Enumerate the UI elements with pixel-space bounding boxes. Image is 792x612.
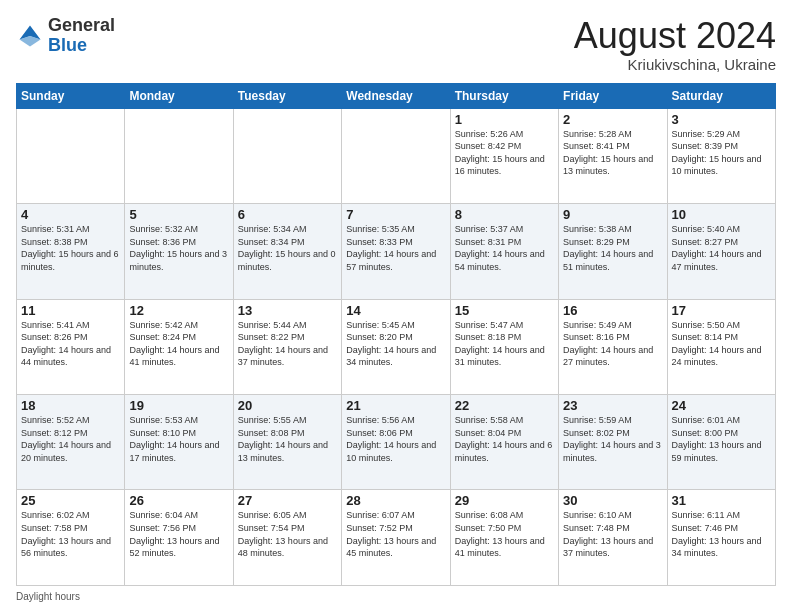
calendar-cell-1-4 <box>342 108 450 203</box>
calendar-cell-4-4: 21 Sunrise: 5:56 AMSunset: 8:06 PMDaylig… <box>342 395 450 490</box>
day-info: Sunrise: 5:59 AMSunset: 8:02 PMDaylight:… <box>563 415 661 463</box>
day-number: 31 <box>672 493 771 508</box>
col-monday: Monday <box>125 83 233 108</box>
calendar-cell-4-3: 20 Sunrise: 5:55 AMSunset: 8:08 PMDaylig… <box>233 395 341 490</box>
day-info: Sunrise: 5:40 AMSunset: 8:27 PMDaylight:… <box>672 224 762 272</box>
calendar-cell-2-1: 4 Sunrise: 5:31 AMSunset: 8:38 PMDayligh… <box>17 204 125 299</box>
logo-icon <box>16 22 44 50</box>
day-number: 21 <box>346 398 445 413</box>
day-number: 10 <box>672 207 771 222</box>
day-number: 15 <box>455 303 554 318</box>
day-info: Sunrise: 5:38 AMSunset: 8:29 PMDaylight:… <box>563 224 653 272</box>
footer: Daylight hours <box>16 591 776 602</box>
calendar-cell-5-5: 29 Sunrise: 6:08 AMSunset: 7:50 PMDaylig… <box>450 490 558 586</box>
day-info: Sunrise: 5:44 AMSunset: 8:22 PMDaylight:… <box>238 320 328 368</box>
day-number: 22 <box>455 398 554 413</box>
calendar-cell-1-6: 2 Sunrise: 5:28 AMSunset: 8:41 PMDayligh… <box>559 108 667 203</box>
logo-blue-text: Blue <box>48 35 87 55</box>
day-info: Sunrise: 5:55 AMSunset: 8:08 PMDaylight:… <box>238 415 328 463</box>
day-number: 28 <box>346 493 445 508</box>
day-info: Sunrise: 6:01 AMSunset: 8:00 PMDaylight:… <box>672 415 762 463</box>
day-number: 18 <box>21 398 120 413</box>
day-number: 30 <box>563 493 662 508</box>
day-number: 23 <box>563 398 662 413</box>
calendar-cell-2-5: 8 Sunrise: 5:37 AMSunset: 8:31 PMDayligh… <box>450 204 558 299</box>
day-number: 17 <box>672 303 771 318</box>
day-info: Sunrise: 5:52 AMSunset: 8:12 PMDaylight:… <box>21 415 111 463</box>
day-info: Sunrise: 5:47 AMSunset: 8:18 PMDaylight:… <box>455 320 545 368</box>
calendar-week-4: 18 Sunrise: 5:52 AMSunset: 8:12 PMDaylig… <box>17 395 776 490</box>
title-block: August 2024 Kriukivschina, Ukraine <box>574 16 776 73</box>
calendar-cell-4-5: 22 Sunrise: 5:58 AMSunset: 8:04 PMDaylig… <box>450 395 558 490</box>
day-number: 13 <box>238 303 337 318</box>
calendar-cell-2-4: 7 Sunrise: 5:35 AMSunset: 8:33 PMDayligh… <box>342 204 450 299</box>
day-number: 24 <box>672 398 771 413</box>
day-number: 6 <box>238 207 337 222</box>
calendar-table: Sunday Monday Tuesday Wednesday Thursday… <box>16 83 776 586</box>
col-saturday: Saturday <box>667 83 775 108</box>
day-number: 26 <box>129 493 228 508</box>
day-number: 9 <box>563 207 662 222</box>
calendar-cell-2-2: 5 Sunrise: 5:32 AMSunset: 8:36 PMDayligh… <box>125 204 233 299</box>
day-info: Sunrise: 6:10 AMSunset: 7:48 PMDaylight:… <box>563 510 653 558</box>
calendar-cell-3-2: 12 Sunrise: 5:42 AMSunset: 8:24 PMDaylig… <box>125 299 233 394</box>
day-info: Sunrise: 5:29 AMSunset: 8:39 PMDaylight:… <box>672 129 762 177</box>
day-info: Sunrise: 5:28 AMSunset: 8:41 PMDaylight:… <box>563 129 653 177</box>
calendar-cell-1-7: 3 Sunrise: 5:29 AMSunset: 8:39 PMDayligh… <box>667 108 775 203</box>
calendar-cell-3-3: 13 Sunrise: 5:44 AMSunset: 8:22 PMDaylig… <box>233 299 341 394</box>
logo-general-text: General <box>48 15 115 35</box>
day-info: Sunrise: 5:49 AMSunset: 8:16 PMDaylight:… <box>563 320 653 368</box>
day-info: Sunrise: 6:04 AMSunset: 7:56 PMDaylight:… <box>129 510 219 558</box>
location: Kriukivschina, Ukraine <box>574 56 776 73</box>
day-info: Sunrise: 5:31 AMSunset: 8:38 PMDaylight:… <box>21 224 119 272</box>
day-number: 1 <box>455 112 554 127</box>
day-number: 27 <box>238 493 337 508</box>
day-number: 25 <box>21 493 120 508</box>
day-info: Sunrise: 5:26 AMSunset: 8:42 PMDaylight:… <box>455 129 545 177</box>
calendar-week-5: 25 Sunrise: 6:02 AMSunset: 7:58 PMDaylig… <box>17 490 776 586</box>
calendar-cell-3-7: 17 Sunrise: 5:50 AMSunset: 8:14 PMDaylig… <box>667 299 775 394</box>
day-info: Sunrise: 6:07 AMSunset: 7:52 PMDaylight:… <box>346 510 436 558</box>
day-info: Sunrise: 5:53 AMSunset: 8:10 PMDaylight:… <box>129 415 219 463</box>
day-number: 14 <box>346 303 445 318</box>
day-info: Sunrise: 6:05 AMSunset: 7:54 PMDaylight:… <box>238 510 328 558</box>
day-number: 12 <box>129 303 228 318</box>
page: General Blue August 2024 Kriukivschina, … <box>0 0 792 612</box>
calendar-cell-1-1 <box>17 108 125 203</box>
month-year: August 2024 <box>574 16 776 56</box>
day-info: Sunrise: 5:56 AMSunset: 8:06 PMDaylight:… <box>346 415 436 463</box>
day-info: Sunrise: 5:41 AMSunset: 8:26 PMDaylight:… <box>21 320 111 368</box>
calendar-cell-4-6: 23 Sunrise: 5:59 AMSunset: 8:02 PMDaylig… <box>559 395 667 490</box>
day-info: Sunrise: 5:37 AMSunset: 8:31 PMDaylight:… <box>455 224 545 272</box>
calendar-week-2: 4 Sunrise: 5:31 AMSunset: 8:38 PMDayligh… <box>17 204 776 299</box>
logo: General Blue <box>16 16 115 56</box>
col-friday: Friday <box>559 83 667 108</box>
day-number: 3 <box>672 112 771 127</box>
day-number: 7 <box>346 207 445 222</box>
calendar-cell-4-7: 24 Sunrise: 6:01 AMSunset: 8:00 PMDaylig… <box>667 395 775 490</box>
day-number: 19 <box>129 398 228 413</box>
calendar-cell-4-1: 18 Sunrise: 5:52 AMSunset: 8:12 PMDaylig… <box>17 395 125 490</box>
calendar-cell-5-6: 30 Sunrise: 6:10 AMSunset: 7:48 PMDaylig… <box>559 490 667 586</box>
calendar-cell-3-1: 11 Sunrise: 5:41 AMSunset: 8:26 PMDaylig… <box>17 299 125 394</box>
calendar-cell-2-3: 6 Sunrise: 5:34 AMSunset: 8:34 PMDayligh… <box>233 204 341 299</box>
calendar-cell-5-1: 25 Sunrise: 6:02 AMSunset: 7:58 PMDaylig… <box>17 490 125 586</box>
day-number: 2 <box>563 112 662 127</box>
col-thursday: Thursday <box>450 83 558 108</box>
day-number: 11 <box>21 303 120 318</box>
day-number: 4 <box>21 207 120 222</box>
calendar-header-row: Sunday Monday Tuesday Wednesday Thursday… <box>17 83 776 108</box>
day-number: 20 <box>238 398 337 413</box>
day-number: 5 <box>129 207 228 222</box>
col-sunday: Sunday <box>17 83 125 108</box>
col-tuesday: Tuesday <box>233 83 341 108</box>
calendar-cell-2-6: 9 Sunrise: 5:38 AMSunset: 8:29 PMDayligh… <box>559 204 667 299</box>
header: General Blue August 2024 Kriukivschina, … <box>16 16 776 73</box>
day-info: Sunrise: 5:35 AMSunset: 8:33 PMDaylight:… <box>346 224 436 272</box>
day-info: Sunrise: 6:08 AMSunset: 7:50 PMDaylight:… <box>455 510 545 558</box>
calendar-cell-4-2: 19 Sunrise: 5:53 AMSunset: 8:10 PMDaylig… <box>125 395 233 490</box>
calendar-cell-5-7: 31 Sunrise: 6:11 AMSunset: 7:46 PMDaylig… <box>667 490 775 586</box>
day-info: Sunrise: 5:32 AMSunset: 8:36 PMDaylight:… <box>129 224 227 272</box>
day-info: Sunrise: 5:34 AMSunset: 8:34 PMDaylight:… <box>238 224 336 272</box>
calendar-cell-5-2: 26 Sunrise: 6:04 AMSunset: 7:56 PMDaylig… <box>125 490 233 586</box>
